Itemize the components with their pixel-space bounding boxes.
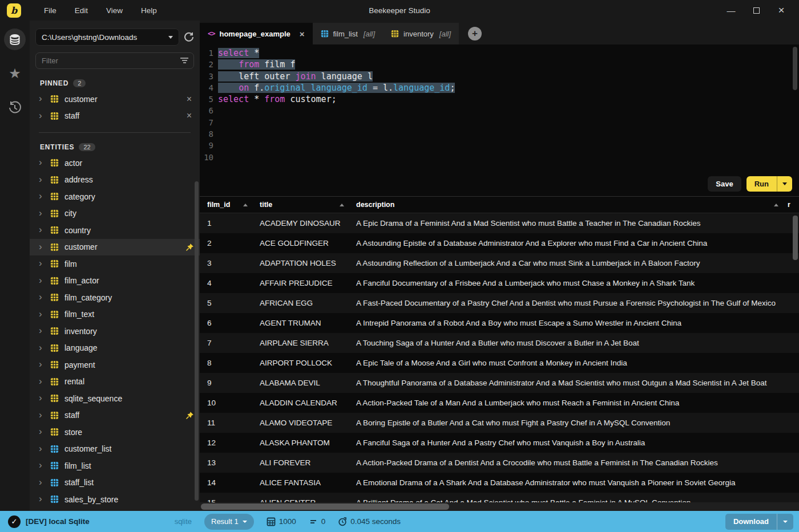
chevron-right-icon[interactable]: › (39, 309, 47, 319)
chevron-right-icon[interactable]: › (39, 157, 47, 167)
table-row[interactable]: 12ALASKA PHANTOMA Fanciful Saga of a Hun… (200, 433, 799, 453)
entity-item-rental[interactable]: ›rental (30, 373, 200, 391)
chevron-right-icon[interactable]: › (39, 208, 47, 218)
entity-item-film[interactable]: ›film (30, 255, 200, 273)
entity-item-address[interactable]: ›address (30, 172, 200, 189)
menu-help[interactable]: Help (134, 4, 164, 17)
entity-item-customer[interactable]: ›customer (30, 239, 200, 256)
chevron-right-icon[interactable]: › (39, 242, 47, 251)
entity-item-sales_by_store[interactable]: ›sales_by_store (30, 491, 200, 508)
column-header-film_id[interactable]: film_id (200, 201, 252, 209)
entity-item-inventory[interactable]: ›inventory (30, 323, 200, 340)
chevron-right-icon[interactable]: › (39, 427, 47, 436)
pinned-item-customer[interactable]: ›customer× (30, 91, 200, 108)
refresh-icon[interactable] (184, 32, 194, 42)
entity-item-film_category[interactable]: ›film_category (30, 289, 200, 306)
sort-asc-icon[interactable] (774, 204, 778, 206)
tab-close-icon[interactable]: × (300, 29, 305, 39)
download-button[interactable]: Download (725, 514, 793, 530)
results-horizontal-scrollbar[interactable] (200, 502, 799, 511)
unpin-close-icon[interactable]: × (184, 94, 194, 104)
run-dropdown-button[interactable] (777, 176, 792, 192)
column-header-r[interactable]: r (783, 201, 799, 209)
entity-item-customer_list[interactable]: ›customer_list (30, 441, 200, 458)
history-rail-button[interactable] (4, 97, 26, 119)
chevron-right-icon[interactable]: › (39, 376, 47, 386)
sort-asc-icon[interactable] (243, 204, 248, 206)
table-row[interactable]: 7AIRPLANE SIERRAA Touching Saga of a Hun… (200, 333, 799, 353)
entity-item-staff_list[interactable]: ›staff_list (30, 474, 200, 492)
table-row[interactable]: 5AFRICAN EGGA Fast-Paced Documentary of … (200, 293, 799, 313)
chevron-right-icon[interactable]: › (39, 460, 47, 470)
table-row[interactable]: 6AGENT TRUMANA Intrepid Panorama of a Ro… (200, 313, 799, 333)
chevron-right-icon[interactable]: › (39, 258, 47, 268)
entity-item-film_list[interactable]: ›film_list (30, 457, 200, 474)
entity-item-film_text[interactable]: ›film_text (30, 306, 200, 323)
pinned-item-staff[interactable]: ›staff× (30, 108, 200, 125)
entity-item-staff[interactable]: ›staff (30, 407, 200, 424)
table-row[interactable]: 8AIRPORT POLLOCKA Epic Tale of a Moose A… (200, 353, 799, 373)
table-row[interactable]: 11ALAMO VIDEOTAPEA Boring Epistle of a B… (200, 413, 799, 433)
tables-rail-button[interactable] (4, 29, 26, 50)
entity-item-store[interactable]: ›store (30, 424, 200, 441)
chevron-right-icon[interactable]: › (39, 326, 47, 335)
chevron-right-icon[interactable]: › (39, 292, 47, 302)
database-selector[interactable]: C:\Users\ghstng\Downloads (35, 29, 179, 46)
entity-item-actor[interactable]: ›actor (30, 155, 200, 172)
chevron-right-icon[interactable]: › (39, 359, 47, 369)
chevron-right-icon[interactable]: › (39, 174, 47, 184)
save-button[interactable]: Save (708, 176, 741, 192)
maximize-button[interactable] (748, 3, 765, 18)
table-row[interactable]: 4AFFAIR PREJUDICEA Fanciful Documentary … (200, 273, 799, 293)
table-row[interactable]: 14ALICE FANTASIAA Emotional Drama of a A… (200, 473, 799, 493)
result-selector-button[interactable]: Result 1 (204, 514, 254, 530)
minimize-button[interactable]: — (723, 3, 740, 18)
chevron-right-icon[interactable]: › (39, 393, 47, 403)
column-header-description[interactable]: description (349, 201, 783, 209)
chevron-right-icon[interactable]: › (39, 410, 47, 420)
chevron-right-icon[interactable]: › (39, 225, 47, 234)
table-row[interactable]: 2ACE GOLDFINGERA Astounding Epistle of a… (200, 233, 799, 253)
menu-view[interactable]: View (99, 4, 130, 17)
new-tab-button[interactable]: + (468, 27, 482, 40)
close-button[interactable]: × (773, 3, 790, 18)
filter-input[interactable] (35, 52, 194, 69)
run-button[interactable]: Run (746, 176, 792, 192)
editor-scrollbar[interactable] (793, 47, 797, 90)
entity-item-payment[interactable]: ›payment (30, 356, 200, 373)
chevron-right-icon[interactable]: › (39, 191, 47, 201)
chevron-right-icon[interactable]: › (39, 444, 47, 453)
scrollbar-thumb[interactable] (201, 503, 449, 510)
favorites-rail-button[interactable]: ★ (4, 63, 26, 84)
chevron-right-icon[interactable]: › (39, 343, 47, 352)
tab-inventory[interactable]: inventory[all] (383, 23, 459, 44)
entity-item-country[interactable]: ›country (30, 222, 200, 239)
unpin-close-icon[interactable]: × (184, 111, 194, 121)
table-row[interactable]: 1ACADEMY DINOSAURA Epic Drama of a Femin… (200, 213, 799, 233)
sort-asc-icon[interactable] (340, 204, 344, 206)
chevron-right-icon[interactable]: › (39, 94, 47, 103)
chevron-right-icon[interactable]: › (39, 494, 47, 503)
menu-edit[interactable]: Edit (68, 4, 95, 17)
tab-film_list[interactable]: film_list[all] (313, 23, 384, 44)
chevron-right-icon[interactable]: › (39, 275, 47, 285)
entity-item-city[interactable]: ›city (30, 205, 200, 222)
table-row[interactable]: 10ALADDIN CALENDARA Action-Packed Tale o… (200, 393, 799, 413)
menu-file[interactable]: File (37, 4, 63, 17)
table-row[interactable]: 15ALIEN CENTERA Brilliant Drama of a Cat… (200, 493, 799, 502)
download-dropdown-button[interactable] (777, 514, 793, 530)
column-header-title[interactable]: title (252, 201, 349, 209)
table-row[interactable]: 9ALABAMA DEVILA Thoughtful Panorama of a… (200, 373, 799, 393)
entity-item-language[interactable]: ›language (30, 340, 200, 357)
table-row[interactable]: 3ADAPTATION HOLESA Astounding Reflection… (200, 253, 799, 273)
table-row[interactable]: 13ALI FOREVERA Action-Packed Drama of a … (200, 453, 799, 473)
results-vertical-scrollbar[interactable] (793, 216, 798, 260)
chevron-right-icon[interactable]: › (39, 111, 47, 120)
sql-editor[interactable]: 1select *2 from film f3 left outer join … (200, 44, 799, 171)
entity-item-sqlite_sequence[interactable]: ›sqlite_sequence (30, 390, 200, 407)
chevron-right-icon[interactable]: › (39, 477, 47, 487)
sidebar-scrollbar[interactable] (195, 181, 199, 501)
tab-homepage_example[interactable]: <>homepage_example× (200, 23, 313, 44)
entity-item-film_actor[interactable]: ›film_actor (30, 273, 200, 290)
entity-item-category[interactable]: ›category (30, 188, 200, 205)
